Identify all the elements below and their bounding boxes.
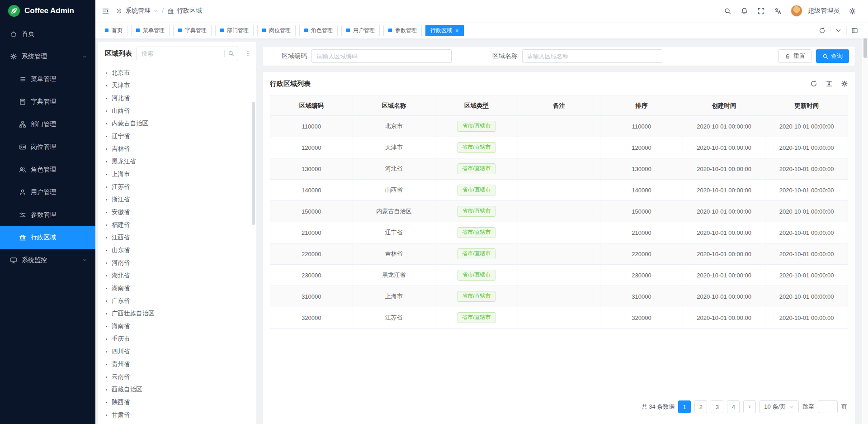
user-name[interactable]: 超级管理员 (808, 7, 840, 15)
tree-item[interactable]: 河北省 (99, 92, 256, 105)
tree-item[interactable]: 广东省 (99, 295, 256, 307)
tree-search-icon[interactable] (228, 50, 234, 57)
table-row[interactable]: 210000 辽宁省 省市/直辖市 210000 2020-10-01 00:0… (270, 222, 848, 243)
sidebar-item[interactable]: 系统监控 (0, 249, 95, 272)
table-row[interactable]: 220000 吉林省 省市/直辖市 220000 2020-10-01 00:0… (270, 243, 848, 265)
tab[interactable]: 用户管理 (341, 25, 380, 36)
refresh-icon[interactable] (814, 26, 830, 35)
page-button[interactable]: 2 (694, 400, 707, 413)
sidebar-item[interactable]: 行政区域 (0, 226, 95, 249)
column-header[interactable]: 排序 (600, 96, 683, 116)
window-scrollbar[interactable] (862, 28, 868, 424)
layout-panel-icon[interactable] (846, 26, 863, 35)
tree-item[interactable]: 辽宁省 (99, 130, 256, 143)
tree-search-input[interactable] (142, 50, 221, 57)
tree-item[interactable]: 福建省 (99, 219, 256, 231)
sidebar-item[interactable]: 参数管理 (0, 204, 95, 226)
search-icon[interactable] (724, 7, 731, 15)
table-row[interactable]: 150000 内蒙古自治区 省市/直辖市 150000 2020-10-01 0… (270, 201, 848, 222)
tree-item[interactable]: 江西省 (99, 231, 256, 244)
tab[interactable]: 行政区域 × (425, 25, 464, 36)
tree-more-icon[interactable] (243, 50, 253, 57)
tree-item[interactable]: 西藏自治区 (99, 383, 256, 396)
column-header[interactable]: 创建时间 (683, 96, 765, 116)
reset-button[interactable]: 重置 (778, 49, 811, 63)
table-settings-icon[interactable] (841, 80, 848, 87)
sidebar-item[interactable]: 用户管理 (0, 181, 95, 204)
filter-input[interactable] (311, 49, 452, 63)
tree-scrollbar-thumb[interactable] (252, 102, 255, 225)
table-row[interactable]: 310000 上海市 省市/直辖市 310000 2020-10-01 00:0… (270, 286, 848, 307)
page-button[interactable]: 1 (678, 400, 691, 413)
breadcrumb-root[interactable]: 系统管理 (125, 7, 151, 15)
table-row[interactable]: 120000 天津市 省市/直辖市 120000 2020-10-01 00:0… (270, 137, 848, 158)
table-density-icon[interactable] (826, 80, 833, 87)
tree-item[interactable]: 山东省 (99, 244, 256, 257)
tree-item[interactable]: 四川省 (99, 345, 256, 358)
tab[interactable]: 首页 (100, 25, 127, 36)
jump-page-input[interactable] (818, 400, 838, 413)
tab[interactable]: 菜单管理 (131, 25, 170, 36)
column-header[interactable]: 更新时间 (765, 96, 848, 116)
tab[interactable]: 角色管理 (299, 25, 338, 36)
tree-item[interactable]: 浙江省 (99, 193, 256, 206)
tree-item[interactable]: 北京市 (99, 67, 256, 79)
tree-item[interactable]: 湖北省 (99, 269, 256, 282)
column-header[interactable]: 区域编码 (270, 96, 353, 116)
tree-item[interactable]: 湖南省 (99, 282, 256, 295)
column-header[interactable]: 区域类型 (435, 96, 518, 116)
tree-item[interactable]: 陕西省 (99, 396, 256, 409)
tree-item[interactable]: 河南省 (99, 257, 256, 269)
tree-item[interactable]: 青海省 (99, 421, 256, 424)
page-size-select[interactable]: 10 条/页 (760, 400, 799, 413)
tree-item[interactable]: 内蒙古自治区 (99, 117, 256, 130)
page-button[interactable]: 3 (711, 400, 723, 413)
tab[interactable]: 参数管理 (383, 25, 422, 36)
fullscreen-icon[interactable] (757, 7, 765, 15)
column-header[interactable]: 区域名称 (353, 96, 435, 116)
tree-item[interactable]: 天津市 (99, 79, 256, 92)
tab-actions-chevron-icon[interactable] (830, 26, 846, 35)
tree-item[interactable]: 广西壮族自治区 (99, 307, 256, 320)
tree-item[interactable]: 江苏省 (99, 181, 256, 193)
query-button[interactable]: 查询 (816, 49, 849, 63)
tab[interactable]: 部门管理 (215, 25, 254, 36)
table-row[interactable]: 140000 山西省 省市/直辖市 140000 2020-10-01 00:0… (270, 180, 848, 201)
tree-item[interactable]: 黑龙江省 (99, 155, 256, 168)
tree-item[interactable]: 重庆市 (99, 333, 256, 345)
tree-item[interactable]: 山西省 (99, 105, 256, 117)
settings-gear-icon[interactable] (849, 7, 856, 15)
menu-collapse-icon[interactable] (102, 7, 109, 15)
tree-item[interactable]: 甘肃省 (99, 409, 256, 421)
sidebar-item[interactable]: 岗位管理 (0, 136, 95, 158)
table-row[interactable]: 130000 河北省 省市/直辖市 130000 2020-10-01 00:0… (270, 158, 848, 180)
tab[interactable]: 字典管理 (173, 25, 212, 36)
sidebar-item[interactable]: 角色管理 (0, 158, 95, 181)
filter-input[interactable] (522, 49, 662, 63)
sidebar-item[interactable]: 部门管理 (0, 113, 95, 136)
region-type-badge: 省市/直辖市 (458, 142, 495, 153)
tree-item[interactable]: 安徽省 (99, 206, 256, 219)
sidebar-item[interactable]: 系统管理 (0, 45, 95, 68)
tree-item[interactable]: 吉林省 (99, 143, 256, 155)
notification-bell-icon[interactable] (741, 7, 748, 15)
app-logo[interactable]: Coffee Admin (0, 0, 95, 22)
table-row[interactable]: 110000 北京市 省市/直辖市 110000 2020-10-01 00:0… (270, 116, 848, 137)
table-row[interactable]: 230000 黑龙江省 省市/直辖市 230000 2020-10-01 00:… (270, 265, 848, 286)
tree-item[interactable]: 云南省 (99, 371, 256, 383)
tab-close-icon[interactable]: × (455, 28, 459, 33)
tree-item[interactable]: 贵州省 (99, 358, 256, 371)
page-button[interactable]: 4 (727, 400, 740, 413)
next-page-button[interactable] (743, 400, 756, 413)
sidebar-item[interactable]: 字典管理 (0, 91, 95, 113)
language-icon[interactable] (774, 7, 782, 15)
sidebar-item[interactable]: 菜单管理 (0, 68, 95, 91)
table-refresh-icon[interactable] (810, 80, 817, 87)
column-header[interactable]: 备注 (518, 96, 600, 116)
table-row[interactable]: 320000 江苏省 省市/直辖市 320000 2020-10-01 00:0… (270, 307, 848, 329)
tree-item[interactable]: 海南省 (99, 320, 256, 333)
tree-item[interactable]: 上海市 (99, 168, 256, 181)
user-avatar[interactable] (791, 5, 802, 17)
tab[interactable]: 岗位管理 (257, 25, 296, 36)
sidebar-item[interactable]: 首页 (0, 23, 95, 45)
